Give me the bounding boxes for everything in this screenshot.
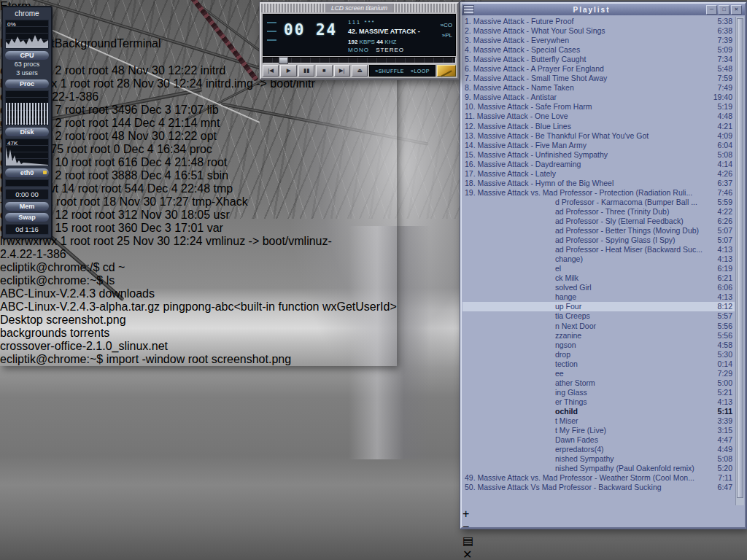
playlist-row[interactable]: el6:19 — [462, 264, 735, 273]
cpu-percent-label: 0% — [7, 21, 16, 28]
playlist-row[interactable]: solved Girl6:06 — [462, 283, 735, 292]
playlist-row[interactable]: tection0:14 — [462, 359, 735, 369]
close-button[interactable]: ✕ — [731, 5, 742, 15]
playlist-titlebar[interactable]: Playlist ─ □ ✕ — [462, 4, 745, 15]
playlist-row[interactable]: 9. Massive Attack - Antistar19:40 — [462, 93, 735, 102]
menu-background[interactable]: Background — [55, 37, 117, 50]
add-track-button[interactable]: + — [462, 508, 744, 521]
playlist-row[interactable]: nished Sympathy (Paul Oakenfold remix)5:… — [462, 464, 735, 473]
playlist-row[interactable]: 13. Massive Attack - Be Thankful For Wha… — [462, 131, 735, 141]
terminal-line: drwxr-xr-x 2 root root 48 Nov 30 12:22 o… — [0, 130, 397, 143]
playlist-row[interactable]: t Miser3:39 — [462, 416, 735, 426]
select-button[interactable]: ▤ — [462, 534, 744, 548]
stop-button[interactable]: ■ — [316, 65, 332, 77]
playlist-row[interactable]: 18. Massive Attack - Hymn of the Big Whe… — [462, 179, 735, 188]
system-monitor: chrome 0% CPU 63 procs 3 users Proc Disk… — [1, 6, 53, 239]
playlist-row[interactable]: 1. Massive Attack - Future Proof5:38 — [462, 17, 735, 26]
playlist-menu-grip[interactable] — [463, 5, 474, 15]
playlist-row[interactable]: 11. Massive Attack - One Love4:48 — [462, 112, 735, 121]
player-lcd: 00 24 111 *** 42. MASSIVE ATTACK - 192 K… — [263, 14, 456, 56]
maximize-button[interactable]: □ — [719, 5, 729, 15]
playlist-row[interactable]: ad Professor - Heat Miser (Backward Suc.… — [462, 245, 735, 254]
playlist-row[interactable]: 8. Massive Attack - Name Taken7:49 — [462, 83, 735, 93]
playlist-toggle-button[interactable]: »PL — [442, 32, 452, 39]
player-titlebar[interactable]: LCD screen titanium — [261, 4, 457, 12]
playlist-row[interactable]: 17. Massive Attack - Lately4:26 — [462, 169, 735, 179]
play-button[interactable]: ▶ — [280, 65, 296, 77]
playlist-row[interactable]: zzanine5:56 — [462, 331, 735, 341]
playlist-row[interactable]: 4. Massive Attack - Special Cases5:09 — [462, 45, 735, 55]
playlist-row[interactable]: Dawn Fades4:47 — [462, 435, 735, 445]
playlist-scrollbar[interactable] — [735, 17, 744, 505]
playlist-row[interactable]: 19. Massive Attack vs. Mad Professor - P… — [462, 188, 735, 198]
playlist-row[interactable]: 10. Massive Attack - Safe From Harm5:19 — [462, 102, 735, 112]
playlist-row[interactable]: er Things4:13 — [462, 397, 735, 407]
lcd-indicator — [267, 39, 276, 41]
samplerate-unit: KHZ — [384, 39, 396, 45]
previous-button[interactable]: |◀ — [263, 65, 279, 77]
remove-track-button[interactable]: − — [462, 521, 744, 534]
playlist-row[interactable]: erpredators(4)4:49 — [462, 445, 735, 454]
playlist-row[interactable]: 15. Massive Attack - Unfinished Sympathy… — [462, 150, 735, 160]
playlist-row[interactable]: hange4:13 — [462, 292, 735, 302]
playlist-row[interactable]: ad Professor - Sly (Eternal Feedback)6:2… — [462, 217, 735, 226]
net-label: eth0 — [5, 168, 49, 177]
playlist-footer: + − ▤ ✕ 8:12/4:50:28 |◀ ▶ ▮▮ ■ ▶| ⏏ 00:2… — [462, 508, 744, 526]
next-button[interactable]: ▶| — [334, 65, 350, 77]
desktop: chrome 0% CPU 63 procs 3 users Proc Disk… — [0, 0, 747, 560]
playlist-row[interactable]: ing Glass5:21 — [462, 388, 735, 397]
playlist-row[interactable]: ad Professor - Better Things (Moving Dub… — [462, 226, 735, 236]
pause-button[interactable]: ▮▮ — [298, 65, 314, 77]
playlist-row[interactable]: 2. Massive Attack - What Your Soul Sings… — [462, 26, 735, 36]
playlist-row[interactable]: 7. Massive Attack - Small Time Shot Away… — [462, 74, 735, 83]
playlist-row[interactable]: nished Sympathy5:08 — [462, 454, 735, 464]
playlist-row[interactable]: ad Professor - Spying Glass (I Spy)5:07 — [462, 236, 735, 245]
misc-button[interactable]: ✕ — [462, 548, 744, 560]
playlist-scrollbar-thumb[interactable] — [737, 18, 743, 498]
playlist-list: 1. Massive Attack - Future Proof5:382. M… — [462, 17, 735, 505]
terminal-screen[interactable]: drwxr-xr-x 2 root root 48 Nov 30 12:22 i… — [0, 64, 397, 366]
playlist-row[interactable]: 49. Massive Attack vs. Mad Professor - W… — [462, 473, 735, 483]
volume-ticks[interactable]: 111 *** — [348, 19, 376, 26]
loop-toggle[interactable]: »LOOP — [411, 69, 430, 74]
playlist-row[interactable]: t My Fire (Live)3:15 — [462, 426, 735, 435]
net-chart — [5, 179, 49, 187]
playlist-row[interactable]: change)4:13 — [462, 254, 735, 264]
playlist-row[interactable]: d Professor - Karmacoma (Bumper Ball ...… — [462, 198, 735, 207]
menu-terminal[interactable]: Terminal — [117, 37, 160, 50]
playlist-row[interactable]: 16. Massive Attack - Daydreaming4:14 — [462, 160, 735, 169]
seek-slider-thumb[interactable] — [279, 57, 288, 64]
playlist-row[interactable]: 5. Massive Attack - Butterfly Caught7:34 — [462, 55, 735, 64]
eject-button[interactable]: ⏏ — [352, 65, 368, 77]
procs-count: 63 procs — [3, 61, 51, 69]
playlist-row[interactable]: 50. Massive Attack Vs Mad Professor - Ba… — [462, 483, 735, 492]
playlist-row[interactable]: 6. Massive Attack - A Prayer For England… — [462, 64, 735, 74]
playlist-row[interactable]: 12. Massive Attack - Blue Lines4:21 — [462, 122, 735, 131]
playlist-row[interactable]: ngson4:58 — [462, 341, 735, 350]
playlist-row[interactable]: ather Storm5:00 — [462, 378, 735, 388]
minimize-button[interactable]: ─ — [706, 5, 717, 15]
channel-indicators: MONO STEREO — [348, 47, 404, 53]
playlist-row[interactable]: tia Creeps5:57 — [462, 311, 735, 321]
seek-slider[interactable] — [263, 57, 456, 63]
playlist-row[interactable]: ck Milk6:21 — [462, 273, 735, 283]
timer-display[interactable]: 0:00 00 — [5, 189, 49, 200]
equalizer-button[interactable]: »CO — [441, 22, 452, 28]
playlist-row[interactable]: ochild5:11 — [462, 407, 735, 416]
playlist-row[interactable]: up Four8:12 — [462, 302, 735, 311]
terminal-line: ecliptik@chrome:~$ import -window root s… — [0, 353, 397, 366]
terminal-line: ABC-Linux-V.2.4.3-alpha.tar.gz pingpong-… — [0, 300, 397, 314]
playlist-row[interactable]: 14. Massive Attack - Five Man Army6:04 — [462, 141, 735, 150]
playlist-row[interactable]: n Next Door5:56 — [462, 322, 735, 331]
playlist-row[interactable]: ee7:29 — [462, 369, 735, 378]
playlist-row[interactable]: drop5:30 — [462, 350, 735, 359]
mono-indicator: MONO — [348, 47, 369, 53]
playlist-row[interactable]: ad Professor - Three (Trinity Dub)4:22 — [462, 207, 735, 217]
playlist-title: Playlist — [477, 6, 706, 14]
shuffle-toggle[interactable]: »SHUFFLE — [375, 69, 404, 74]
open-file-button[interactable] — [437, 65, 456, 77]
playlist-row[interactable]: 3. Massive Attack - Everywhen7:39 — [462, 36, 735, 45]
terminal-line: drwxr-xr-x 2 root root 144 Dec 4 21:14 m… — [0, 117, 397, 130]
elapsed-time-display[interactable]: 00 24 — [284, 21, 337, 39]
uptime-display: 0d 1:16 — [5, 224, 49, 235]
